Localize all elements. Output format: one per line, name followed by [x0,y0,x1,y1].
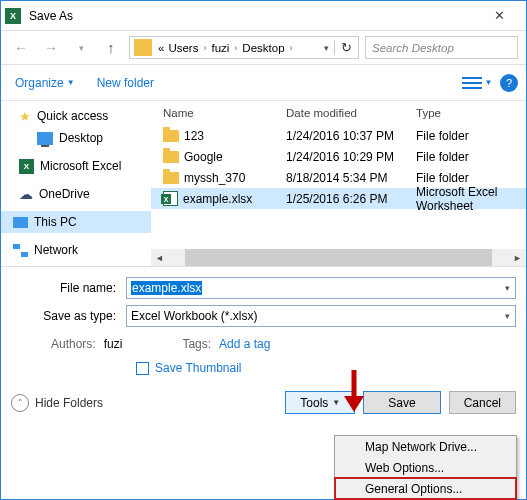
tags-value[interactable]: Add a tag [219,337,270,351]
filetype-label: Save as type: [11,309,126,323]
sidebar-item-quick-access[interactable]: ★Quick access [1,105,151,127]
chevron-right-icon: › [287,43,296,53]
crumb-users[interactable]: Users [166,42,200,54]
footer: ˄ Hide Folders Tools▼ Save Cancel [1,385,526,420]
up-button[interactable]: ↑ [99,36,123,60]
svg-rect-1 [136,42,142,46]
folder-icon [163,151,179,163]
file-row[interactable]: 123 1/24/2016 10:37 PM File folder [151,125,526,146]
address-dropdown-icon[interactable]: ▾ [319,43,334,53]
col-name[interactable]: Name [151,107,286,119]
navbar: ← → ▾ ↑ « Users › fuzi › Desktop › ▾ ↻ S… [1,31,526,65]
chevron-down-icon[interactable]: ▾ [505,311,510,321]
back-button[interactable]: ← [9,36,33,60]
save-button[interactable]: Save [363,391,440,414]
chevron-up-icon: ˄ [11,394,29,412]
scroll-right-icon[interactable]: ► [509,253,526,263]
titlebar: X Save As ✕ [1,1,526,31]
chevron-down-icon[interactable]: ▾ [505,283,510,293]
desktop-icon [37,132,53,145]
chevron-right-icon: › [200,43,209,53]
chevron-down-icon: ▼ [332,398,340,407]
scroll-thumb[interactable] [185,249,492,266]
column-headers[interactable]: Name Date modified Type [151,101,526,125]
col-date[interactable]: Date modified [286,107,416,119]
file-pane: Name Date modified Type 123 1/24/2016 10… [151,101,526,266]
save-as-dialog: X Save As ✕ ← → ▾ ↑ « Users › fuzi › Des… [0,0,527,500]
svg-rect-3 [462,82,482,84]
horizontal-scrollbar[interactable]: ◄ ► [151,249,526,266]
save-thumbnail-label[interactable]: Save Thumbnail [155,361,242,375]
network-icon [13,244,28,257]
pc-icon [13,217,28,228]
tools-menu: Map Network Drive... Web Options... Gene… [334,435,517,500]
refresh-button[interactable]: ↻ [334,40,358,55]
hide-folders-button[interactable]: ˄ Hide Folders [11,394,103,412]
file-row[interactable]: example.xlsx 1/25/2016 6:26 PM Microsoft… [151,188,526,209]
sidebar-item-excel[interactable]: XMicrosoft Excel [1,155,151,177]
tools-button[interactable]: Tools▼ [285,391,355,414]
chevron-down-icon: ▼ [67,78,75,87]
help-button[interactable]: ? [500,74,518,92]
menu-web-options[interactable]: Web Options... [335,457,516,478]
authors-value[interactable]: fuzi [104,337,123,351]
save-thumbnail-checkbox[interactable] [136,362,149,375]
svg-rect-4 [462,87,482,89]
file-row[interactable]: Google 1/24/2016 10:29 PM File folder [151,146,526,167]
crumb-fuzi[interactable]: fuzi [209,42,231,54]
tags-label: Tags: [182,337,211,351]
filetype-select[interactable]: Excel Workbook (*.xlsx)▾ [126,305,516,327]
col-type[interactable]: Type [416,107,526,119]
scroll-left-icon[interactable]: ◄ [151,253,168,263]
address-bar[interactable]: « Users › fuzi › Desktop › ▾ ↻ [129,36,359,59]
forward-button[interactable]: → [39,36,63,60]
bottom-pane: File name: example.xlsx▾ Save as type: E… [1,266,526,385]
excel-app-icon: X [5,8,21,24]
folder-icon [163,172,179,184]
sidebar-item-desktop[interactable]: Desktop [1,127,151,149]
cloud-icon: ☁ [19,186,33,202]
new-folder-button[interactable]: New folder [91,72,160,94]
filename-label: File name: [11,281,126,295]
search-input[interactable]: Search Desktop [365,36,518,59]
sidebar-item-network[interactable]: Network [1,239,151,261]
toolbar: Organize▼ New folder ▼ ? [1,65,526,101]
star-icon: ★ [19,109,31,124]
close-button[interactable]: ✕ [477,2,522,30]
svg-rect-2 [462,77,482,79]
excel-icon: X [19,159,34,174]
filename-input[interactable]: example.xlsx▾ [126,277,516,299]
authors-label: Authors: [51,337,96,351]
folder-icon [163,130,179,142]
recent-dd-icon[interactable]: ▾ [69,36,93,60]
menu-map-network-drive[interactable]: Map Network Drive... [335,436,516,457]
menu-general-options[interactable]: General Options... [335,478,516,499]
folder-icon [134,39,152,56]
svg-rect-0 [136,45,150,53]
crumb-root-sep[interactable]: « [156,42,166,54]
sidebar-item-onedrive[interactable]: ☁OneDrive [1,183,151,205]
body-split: ★Quick access Desktop XMicrosoft Excel ☁… [1,101,526,266]
sidebar-item-this-pc[interactable]: This PC [1,211,151,233]
organize-button[interactable]: Organize▼ [9,72,81,94]
sidebar: ★Quick access Desktop XMicrosoft Excel ☁… [1,101,151,266]
window-title: Save As [29,9,477,23]
view-mode-button[interactable]: ▼ [460,72,494,94]
chevron-right-icon: › [231,43,240,53]
crumb-desktop[interactable]: Desktop [240,42,286,54]
xlsx-icon [163,191,178,206]
cancel-button[interactable]: Cancel [449,391,516,414]
